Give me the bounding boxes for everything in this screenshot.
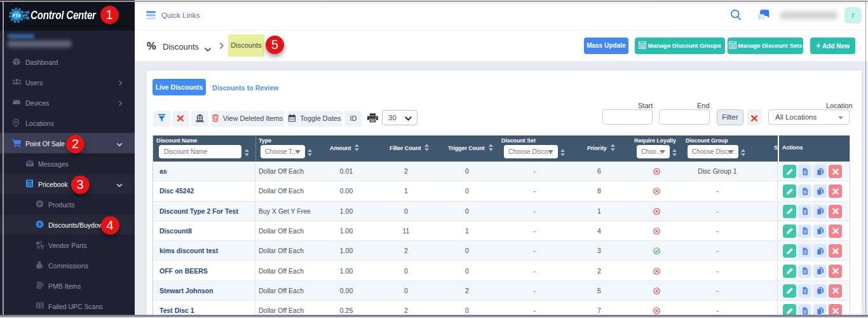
svg-text:P: P xyxy=(38,201,42,207)
svg-text:FTx: FTx xyxy=(12,13,21,18)
svg-text:$: $ xyxy=(38,221,41,227)
